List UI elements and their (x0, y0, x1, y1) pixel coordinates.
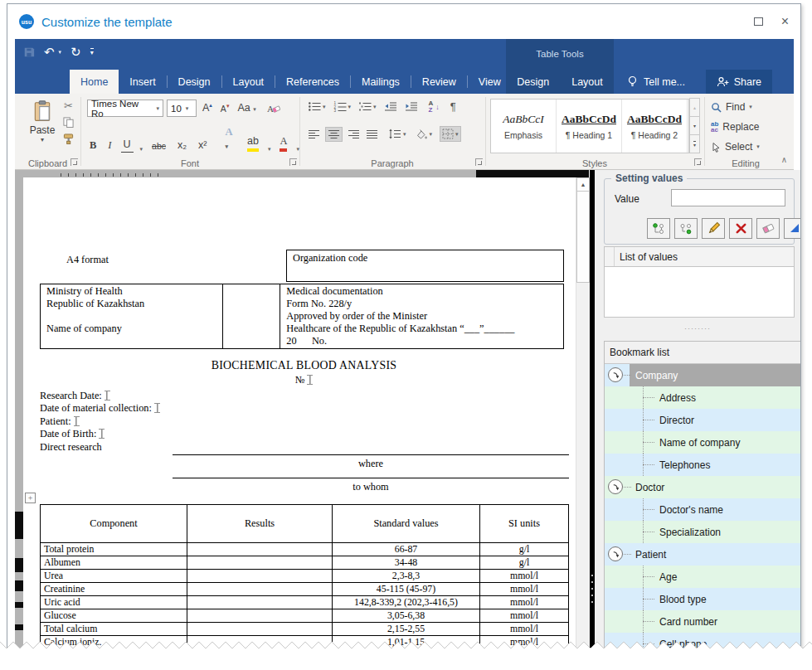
paste-dropdown-icon[interactable]: ▾ (41, 136, 44, 143)
add-child-value-button[interactable] (674, 218, 698, 239)
tab-mailings[interactable]: Mailings (351, 70, 411, 94)
highlight-button[interactable]: ab (245, 134, 261, 153)
paste-button[interactable]: Paste ▾ (23, 100, 61, 153)
justify-icon[interactable] (366, 129, 378, 139)
shrink-font-button[interactable]: A▾ (218, 102, 232, 115)
tab-review[interactable]: Review (411, 70, 467, 94)
multilevel-list-button[interactable]: ▾ (358, 101, 377, 112)
strikethrough-button[interactable]: abc (149, 140, 168, 153)
font-name-combo[interactable]: Times New Ro ▾ (87, 100, 163, 117)
grow-font-button[interactable]: A▴ (200, 101, 215, 116)
line-spacing-button[interactable]: ▾ (388, 129, 406, 139)
scrollbar-thumb[interactable] (576, 192, 590, 283)
italic-button[interactable]: I (105, 138, 114, 153)
field-direct-research[interactable]: Direct research (40, 441, 160, 454)
bookmark-group-doctor[interactable]: Doctor (605, 476, 800, 498)
superscript-button[interactable]: x² (196, 138, 209, 153)
find-button[interactable]: Find ▾ (711, 101, 752, 113)
tab-table-design[interactable]: Design (506, 70, 560, 94)
underline-dropdown-icon[interactable]: ▾ (140, 146, 143, 153)
close-button[interactable]: × (781, 15, 789, 28)
panel-splitter-dots[interactable]: ········ (595, 324, 800, 333)
bookmark-group-company[interactable]: Company (605, 364, 800, 386)
tab-insert[interactable]: Insert (119, 70, 166, 94)
tab-table-layout[interactable]: Layout (561, 70, 614, 94)
dialog-launcher-paragraph[interactable] (475, 158, 483, 166)
tab-view[interactable]: View (468, 70, 512, 94)
delete-value-button[interactable] (729, 218, 752, 239)
bookmark-group-patient[interactable]: Patient (605, 543, 800, 566)
document-scrollbar[interactable]: ▲ (576, 177, 590, 661)
underline-button[interactable]: U (121, 138, 134, 153)
horizontal-ruler[interactable] (15, 170, 589, 177)
minimize-button[interactable] (754, 17, 763, 26)
tab-home[interactable]: Home (70, 70, 119, 94)
bookmark-item-age[interactable]: Age (605, 566, 800, 588)
share-button[interactable]: Share (706, 70, 772, 94)
dialog-launcher-styles[interactable] (694, 158, 702, 166)
style-heading-2[interactable]: AaBbCcDd ¶ Heading 2 (622, 100, 688, 153)
undo-icon[interactable]: ↶ (44, 46, 55, 58)
subscript-button[interactable]: x₂ (175, 138, 189, 153)
style-emphasis[interactable]: AaBbCcI Emphasis (491, 100, 557, 153)
bullets-button[interactable]: ▾ (308, 101, 326, 112)
align-right-icon[interactable] (348, 129, 360, 139)
format-painter-icon[interactable] (63, 134, 74, 144)
save-icon[interactable] (23, 46, 35, 58)
highlight-dropdown-icon[interactable]: ▾ (268, 146, 271, 153)
shading-bucket-icon[interactable]: ▾ (415, 129, 433, 140)
clear-values-button[interactable] (756, 218, 780, 239)
text-effects-button[interactable]: A ▾ (223, 125, 239, 153)
expand-values-button[interactable] (784, 218, 801, 239)
styles-scroll-up-icon[interactable]: ▴ (689, 98, 700, 117)
customize-qat-icon[interactable]: ▾ (90, 48, 94, 56)
increase-indent-icon[interactable] (405, 101, 418, 112)
align-left-icon[interactable] (308, 129, 320, 139)
bookmark-item-specialization[interactable]: Specialization (605, 521, 800, 543)
dialog-launcher-clipboard[interactable] (71, 158, 78, 166)
sort-button[interactable]: AZ ↓ (429, 100, 440, 112)
select-button[interactable]: Select ▾ (711, 141, 760, 153)
table-move-handle[interactable]: + (25, 493, 36, 503)
font-color-button[interactable]: A (277, 134, 289, 153)
expander-icon[interactable] (608, 479, 623, 494)
bookmark-item-telephones[interactable]: Telephones (605, 454, 800, 476)
list-of-values[interactable]: List of values (604, 246, 795, 318)
change-case-button[interactable]: Aa ▾ (235, 101, 258, 116)
bookmark-item-blood-type[interactable]: Blood type (605, 588, 800, 610)
document-page[interactable]: A4 format Organization code Ministry of … (23, 177, 576, 661)
add-value-button[interactable] (647, 218, 670, 239)
cut-icon[interactable]: ✂ (64, 100, 73, 111)
bold-button[interactable]: B (87, 138, 99, 153)
bookmark-item-director[interactable]: Director (605, 409, 800, 431)
bookmark-item-doctors-name[interactable]: Doctor's name (605, 498, 800, 521)
tab-design[interactable]: Design (168, 70, 221, 94)
edit-value-button[interactable] (702, 218, 725, 239)
styles-gallery-expand-icon[interactable]: ▾ (689, 134, 700, 153)
replace-button[interactable]: ab ac Replace (711, 121, 759, 133)
tab-references[interactable]: References (275, 70, 350, 94)
expander-icon[interactable] (608, 546, 623, 561)
tab-layout[interactable]: Layout (222, 70, 275, 94)
value-input[interactable] (671, 189, 785, 206)
paragraph-marks-button[interactable]: ¶ (450, 100, 456, 113)
dialog-launcher-font[interactable] (289, 158, 297, 166)
decrease-indent-icon[interactable] (384, 101, 397, 112)
copy-icon[interactable] (63, 117, 74, 128)
field-research-date[interactable]: Research Date: (40, 390, 160, 402)
document-number-line[interactable]: № (40, 374, 568, 386)
scroll-up-icon[interactable]: ▲ (576, 177, 590, 192)
expander-icon[interactable] (608, 367, 623, 382)
bookmark-item-name-of-company[interactable]: Name of company (605, 431, 800, 454)
numbering-button[interactable]: 123 ▾ (333, 101, 352, 112)
styles-scroll-down-icon[interactable]: ▾ (689, 116, 700, 135)
redo-icon[interactable]: ↻ (71, 46, 81, 58)
style-heading-1[interactable]: AaBbCcDd ¶ Heading 1 (557, 100, 622, 153)
vertical-ruler[interactable] (15, 177, 23, 661)
field-patient[interactable]: Patient: (40, 415, 160, 428)
collapse-ribbon-icon[interactable]: ∧ (781, 155, 787, 164)
bookmark-item-address[interactable]: Address (605, 386, 800, 409)
undo-dropdown-icon[interactable]: ▾ (59, 49, 62, 56)
clear-formatting-icon[interactable]: A (267, 103, 280, 114)
borders-button[interactable]: ▾ (440, 127, 460, 141)
